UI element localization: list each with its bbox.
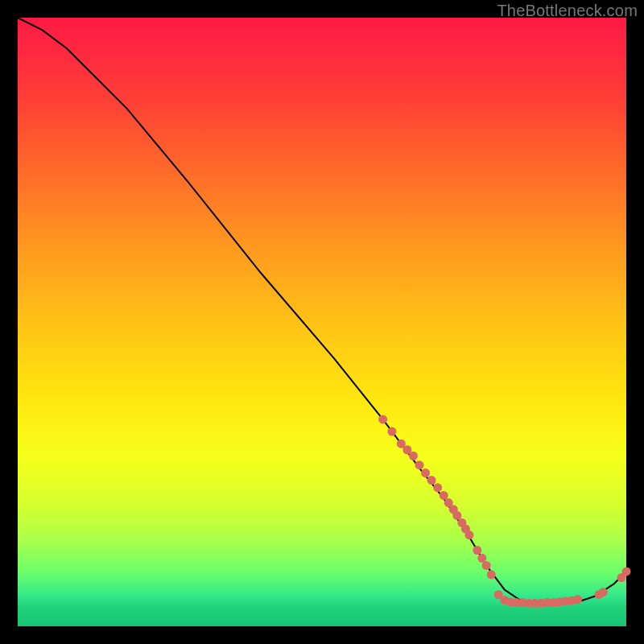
data-point <box>473 546 481 555</box>
data-point <box>409 452 418 460</box>
data-point <box>415 460 423 469</box>
plot-svg <box>18 18 626 626</box>
data-point <box>378 415 387 423</box>
series-points-descent <box>378 415 496 579</box>
watermark-text: TheBottleneck.com <box>497 2 638 20</box>
data-point <box>599 588 608 597</box>
series-points-rise <box>594 567 630 599</box>
data-point <box>387 427 396 436</box>
data-point <box>487 570 496 579</box>
data-point <box>464 530 473 539</box>
data-point <box>482 561 491 570</box>
data-point <box>440 491 448 500</box>
data-point <box>427 476 436 485</box>
data-point <box>622 567 631 576</box>
series-curve <box>18 18 626 602</box>
data-point <box>452 511 461 520</box>
data-point <box>573 595 582 604</box>
data-point <box>421 469 430 477</box>
data-point <box>433 483 442 492</box>
chart-container: TheBottleneck.com <box>0 0 644 644</box>
series-points-flat <box>494 590 582 608</box>
